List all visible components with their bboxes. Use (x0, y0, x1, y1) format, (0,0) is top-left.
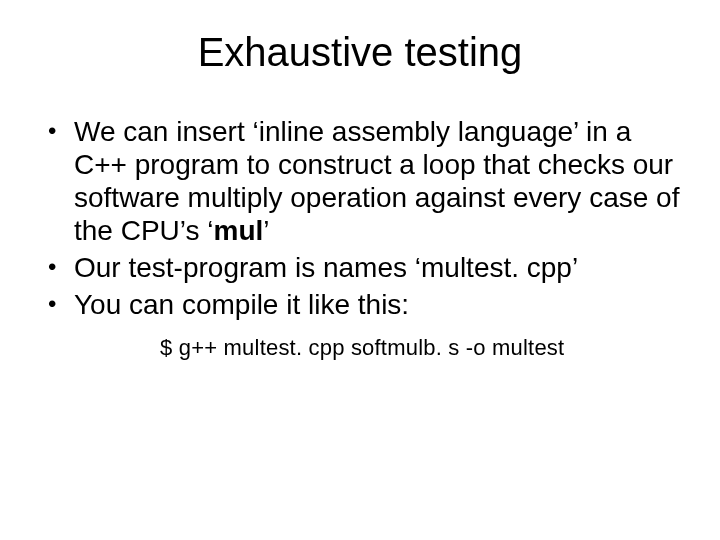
bullet-1-text-pre: We can insert ‘inline assembly language’… (74, 116, 679, 246)
slide-title: Exhaustive testing (30, 30, 690, 75)
bullet-1-bold: mul (214, 215, 264, 246)
bullet-item-3: You can compile it like this: (48, 288, 690, 321)
slide: Exhaustive testing We can insert ‘inline… (0, 0, 720, 540)
bullet-3-text: You can compile it like this: (74, 289, 409, 320)
bullet-1-text-post: ’ (263, 215, 269, 246)
bullet-item-2: Our test-program is names ‘multest. cpp’ (48, 251, 690, 284)
bullet-2-text: Our test-program is names ‘multest. cpp’ (74, 252, 578, 283)
bullet-item-1: We can insert ‘inline assembly language’… (48, 115, 690, 247)
command-line: $ g++ multest. cpp softmulb. s -o multes… (160, 335, 690, 361)
bullet-list: We can insert ‘inline assembly language’… (30, 115, 690, 321)
